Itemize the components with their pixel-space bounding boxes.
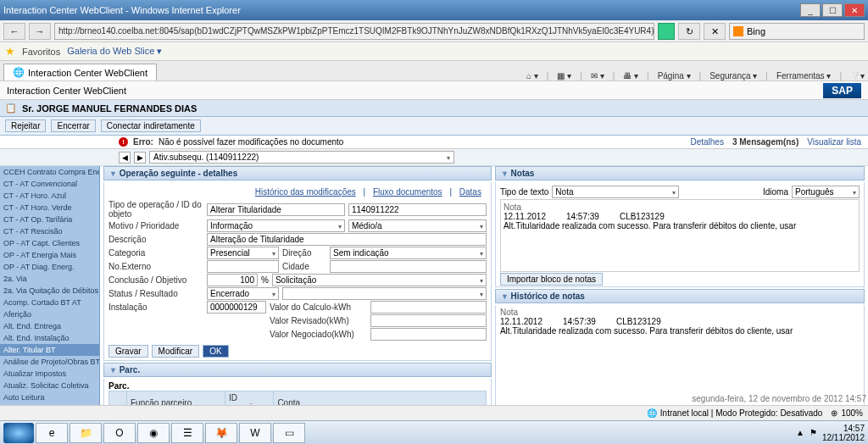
security-menu[interactable]: Segurança ▾ [709,71,757,80]
reload-button[interactable]: ↻ [678,23,700,40]
sidebar-item[interactable]: OP - AT Energia Mais [0,249,99,261]
notas-textarea[interactable]: Nota 12.11.2012 14:57:39 CLB123129 Alt.T… [500,199,860,272]
sidebar-item[interactable]: 2a. Via Quitação de Débitos [0,285,99,297]
taskbar-app1[interactable]: ◉ [137,423,170,443]
sidebar-item[interactable]: Alt. End. Entrega [0,320,99,332]
feed-icon[interactable]: ▦ ▾ [557,71,571,80]
valor-calc-input[interactable] [370,301,487,314]
historico-panel-header[interactable]: ▼ Histórico de notas [495,289,865,303]
fluxo-link[interactable]: Fluxo documentos [373,187,442,197]
taskbar-outlook[interactable]: O [103,423,136,443]
next-button[interactable]: ▶ [134,152,146,164]
prioridade-select[interactable]: Médio/a [348,219,487,232]
sidebar-item[interactable]: OP - AT Capt. Clientes [0,237,99,249]
search-box[interactable]: Bing [729,23,865,40]
valor-neg-input[interactable] [370,328,487,341]
forward-button[interactable]: → [29,23,51,40]
sidebar-item[interactable]: Análise de Projeto/Obras BT [0,356,99,368]
idioma-select[interactable]: Português [792,186,860,198]
web-slice-link[interactable]: Galeria do Web Slice ▾ [67,46,162,57]
sidebar-item[interactable]: Aferição [0,308,99,320]
datas-link[interactable]: Datas [459,187,481,197]
start-button[interactable] [3,423,34,443]
star-icon[interactable]: ★ [5,45,15,58]
historico-link[interactable]: Histórico das modificações [255,187,356,197]
tray-flag-icon[interactable]: ⚑ [810,428,817,437]
action-bar: Rejeitar Encerrar Conectar indiretamente [0,117,868,136]
sidebar-item[interactable]: Alter. Titular BT [0,344,99,356]
gravar-button[interactable]: Gravar [108,345,148,358]
sidebar-item[interactable]: Alt. End. Instalação [0,332,99,344]
encerrar-button[interactable]: Encerrar [51,119,95,132]
maximize-button[interactable]: ☐ [822,3,843,17]
tab-webclient[interactable]: 🌐 Interaction Center WebClient [3,64,157,80]
parc-panel-header[interactable]: ▼ Parc. [103,363,492,377]
sidebar-item[interactable]: CT - AT Horo. Azul [0,190,99,202]
rejeitar-button[interactable]: Rejeitar [5,119,46,132]
favorites-label: Favoritos [22,47,60,57]
close-button[interactable]: ✕ [844,3,865,17]
taskbar-firefox[interactable]: 🦊 [205,423,237,443]
taskbar-window[interactable]: ▭ [273,423,305,443]
objetivo-select[interactable]: Solicitação [272,274,487,286]
url-text: http://brneo140.coelba.net:8045/sap(bD1w… [58,26,654,36]
tipo-id-input[interactable]: 1140911222 [348,203,487,216]
taskbar-ie[interactable]: e [36,423,68,443]
instalacao-input[interactable]: 0000000129 [207,301,266,314]
sidebar-item[interactable]: CCEH Contrato Compra Energia [0,166,99,178]
tray-net-icon[interactable]: ▲ [796,428,804,437]
motivo-select[interactable]: Informação [207,219,345,232]
sidebar-item[interactable]: Auto Leitura [0,391,99,403]
help-icon[interactable]: ❔▾ [850,71,865,80]
conectar-button[interactable]: Conectar indiretamente [101,119,201,132]
taskbar-sap[interactable]: ☰ [171,423,203,443]
valor-rev-input[interactable] [370,314,487,327]
sidebar-item[interactable]: CT - AT Rescisão [0,225,99,237]
status-select[interactable]: Encerrado [207,287,279,300]
nota-user: CLB123129 [620,212,665,221]
home-icon[interactable]: ⌂ ▾ [526,71,538,80]
minimize-button[interactable]: _ [800,3,821,17]
zoom-icon[interactable]: ⊕ [831,408,837,418]
direcao-select[interactable]: Sem indicação [330,247,487,259]
tools-menu[interactable]: Ferramentas ▾ [776,71,831,80]
sidebar-item[interactable]: CT - AT Horo. Verde [0,202,99,214]
activity-select[interactable]: Ativ.subsequ. (1140911222) [149,151,454,164]
taskbar-word[interactable]: W [239,423,271,443]
resultado-select[interactable] [282,287,487,300]
sidebar-item[interactable]: CT - AT Convencional [0,178,99,190]
motivo-label: Motivo / Prioridade [108,221,203,230]
back-button[interactable]: ← [3,23,25,40]
operacao-panel-header[interactable]: ▼ Operação seguinte - detalhes [103,166,492,180]
descricao-input[interactable]: Alteração de Titularidade [207,233,487,246]
sidebar-item[interactable]: OP - AT Diag. Energ. [0,261,99,273]
sidebar-item[interactable]: CT - AT Op. Tarifária [0,214,99,225]
hist-body: Alt.Titularidade realizada com sucesso. … [500,326,860,336]
externo-input[interactable] [207,260,279,273]
visualizar-link[interactable]: Visualizar lista [807,137,861,147]
stop-button[interactable]: ✕ [704,23,726,40]
page-menu[interactable]: Página ▾ [658,71,691,80]
sidebar-item[interactable]: Atualiz. Solicitac Coletiva [0,380,99,391]
modificar-button[interactable]: Modificar [152,345,200,358]
tipo-texto-select[interactable]: Nota [552,186,679,198]
detalhes-link[interactable]: Detalhes [690,137,723,147]
taskbar-explorer[interactable]: 📁 [70,423,102,443]
sidebar-item[interactable]: 2a. Via [0,273,99,285]
ok-button[interactable]: OK [203,345,228,358]
print-icon[interactable]: 🖶 ▾ [623,71,638,80]
importar-button[interactable]: Importar bloco de notas [500,273,603,286]
sidebar-item[interactable]: Acomp. Cortado BT AT [0,297,99,308]
cidade-input[interactable] [330,260,487,273]
go-button[interactable] [658,23,675,40]
address-bar[interactable]: http://brneo140.coelba.net:8045/sap(bD1w… [54,23,654,40]
instalacao-label: Instalação [108,302,203,312]
mail-icon[interactable]: ✉ ▾ [591,71,604,80]
sidebar-item[interactable]: Atualizar Impostos [0,368,99,380]
notas-panel-header[interactable]: ▼ Notas [495,166,865,180]
conclusao-pct[interactable]: 100 [207,274,258,286]
tipo-input[interactable]: Alterar Titularidade [207,203,345,216]
categoria-select[interactable]: Presencial [207,247,279,259]
prev-button[interactable]: ◀ [119,152,131,164]
error-icon: ! [119,137,128,147]
